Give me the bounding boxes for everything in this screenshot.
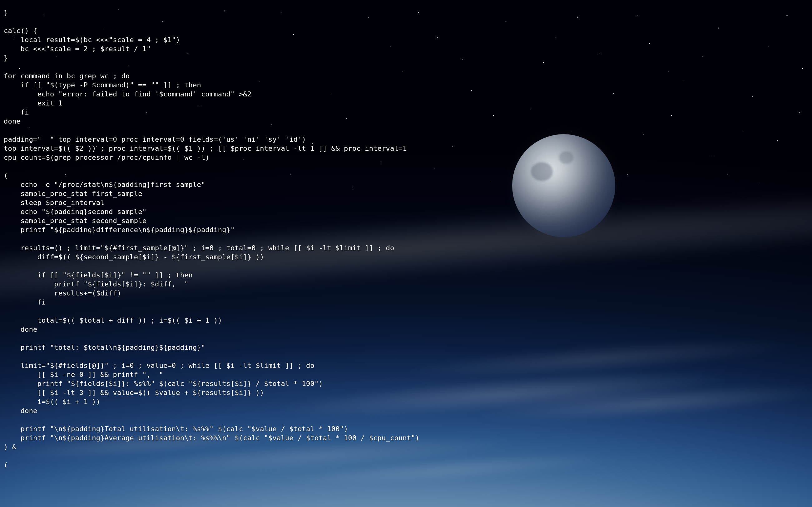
svg-point-19 xyxy=(683,81,684,81)
svg-point-18 xyxy=(649,43,650,44)
svg-point-33 xyxy=(777,140,778,141)
svg-point-49 xyxy=(743,131,744,131)
terminal-output: } calc() { local result=$(bc <<<"scale =… xyxy=(0,7,423,471)
svg-point-67 xyxy=(571,131,572,131)
svg-point-46 xyxy=(599,53,600,53)
svg-point-48 xyxy=(702,56,703,56)
svg-point-55 xyxy=(627,174,628,175)
svg-point-68 xyxy=(727,174,728,175)
svg-point-44 xyxy=(462,59,462,60)
svg-point-62 xyxy=(768,47,769,47)
svg-point-31 xyxy=(643,134,644,134)
svg-point-32 xyxy=(712,156,712,156)
svg-point-60 xyxy=(556,37,556,38)
svg-point-35 xyxy=(671,115,672,116)
svg-point-61 xyxy=(668,71,669,72)
svg-point-23 xyxy=(802,68,803,69)
svg-point-30 xyxy=(453,146,453,147)
svg-point-56 xyxy=(759,184,759,184)
svg-point-54 xyxy=(490,181,491,181)
svg-point-50 xyxy=(799,112,800,113)
svg-point-47 xyxy=(637,15,638,16)
svg-point-16 xyxy=(577,16,578,18)
svg-point-66 xyxy=(434,168,435,169)
svg-point-21 xyxy=(752,97,753,97)
svg-point-15 xyxy=(543,62,544,63)
svg-point-22 xyxy=(786,15,787,16)
svg-point-45 xyxy=(530,109,531,110)
svg-point-13 xyxy=(471,90,472,91)
svg-point-14 xyxy=(506,21,507,22)
svg-point-17 xyxy=(613,93,614,94)
svg-point-20 xyxy=(718,28,719,29)
moon xyxy=(512,134,615,237)
svg-point-34 xyxy=(493,115,494,116)
svg-point-12 xyxy=(437,37,438,38)
